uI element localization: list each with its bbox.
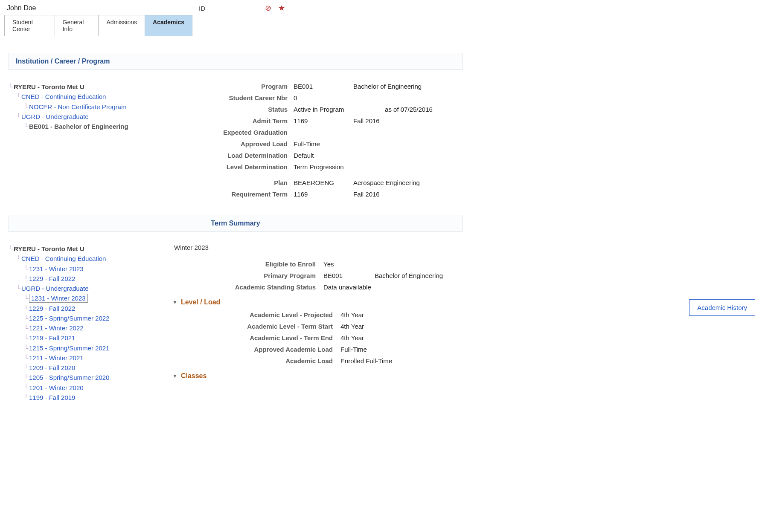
tree-be001: BE001 - Bachelor of Engineering xyxy=(29,123,128,130)
level-load-header[interactable]: ▼ Level / Load xyxy=(172,298,768,306)
value-academic-load: Enrolled Full-Time xyxy=(340,357,426,364)
label-primary-program: Primary Program xyxy=(170,272,323,279)
term-ugrd-1231[interactable]: 1231 - Winter 2023 xyxy=(29,294,88,303)
value-level-end: 4th Year xyxy=(340,334,426,341)
term-ugrd-1215[interactable]: 1215 - Spring/Summer 2021 xyxy=(29,344,109,352)
value-approved-load: Full-Time xyxy=(340,346,426,353)
no-entry-icon: ⊘ xyxy=(265,3,271,13)
value-reqterm: 1169 xyxy=(294,191,353,198)
label-career-nbr: Student Career Nbr xyxy=(170,94,294,101)
label-standing: Academic Standing Status xyxy=(170,283,323,291)
term-cned[interactable]: CNED - Continuing Education xyxy=(21,255,106,262)
label-appload: Approved Load xyxy=(170,140,294,147)
tree-root: RYERU - Toronto Met U xyxy=(14,83,84,90)
label-plan: Plan xyxy=(170,179,294,186)
tab-general-info[interactable]: General Info xyxy=(55,15,99,36)
value-level-projected: 4th Year xyxy=(340,311,426,318)
value-plan-code: BEAEROENG xyxy=(294,179,353,186)
label-status: Status xyxy=(170,106,294,113)
value-program-desc: Bachelor of Engineering xyxy=(353,83,464,90)
value-primary-code: BE001 xyxy=(323,272,375,279)
value-career-nbr: 0 xyxy=(294,94,353,101)
plan-properties: Plan BEAEROENG Aerospace Engineering Req… xyxy=(170,179,768,198)
term-ugrd-1201[interactable]: 1201 - Winter 2020 xyxy=(29,384,84,391)
label-level-start: Academic Level - Term Start xyxy=(208,323,340,330)
value-appload: Full-Time xyxy=(294,140,353,147)
value-loaddet: Default xyxy=(294,152,353,159)
classes-label: Classes xyxy=(181,372,207,380)
term-ugrd-1221[interactable]: 1221 - Winter 2022 xyxy=(29,324,84,332)
tab-admissions[interactable]: Admissions xyxy=(98,15,145,36)
tree-ugrd[interactable]: UGRD - Undergraduate xyxy=(21,113,89,120)
tree-nocer[interactable]: NOCER - Non Certificate Program xyxy=(29,103,126,110)
label-reqterm: Requirement Term xyxy=(170,191,294,198)
section-institution-career-program: Institution / Career / Program xyxy=(9,53,463,70)
program-properties: Program BE001 Bachelor of Engineering St… xyxy=(170,83,768,171)
value-status: Active in Program xyxy=(294,106,353,113)
term-title: Winter 2023 xyxy=(174,244,768,251)
level-load-properties: Academic Level - Projected 4th Year Acad… xyxy=(208,311,768,364)
term-ugrd[interactable]: UGRD - Undergraduate xyxy=(21,285,89,292)
value-level-start: 4th Year xyxy=(340,323,426,330)
label-level-projected: Academic Level - Projected xyxy=(208,311,340,318)
term-properties: Eligible to Enroll Yes Primary Program B… xyxy=(170,260,768,291)
term-ugrd-1229[interactable]: 1229 - Fall 2022 xyxy=(29,305,75,312)
student-name: John Doe xyxy=(7,4,186,12)
term-ugrd-1219[interactable]: 1219 - Fall 2021 xyxy=(29,334,75,341)
value-primary-desc: Bachelor of Engineering xyxy=(375,272,486,279)
label-academic-load: Academic Load xyxy=(208,357,340,364)
value-plan-desc: Aerospace Engineering xyxy=(353,179,464,186)
term-tree: └RYERU - Toronto Met U └CNED - Continuin… xyxy=(0,244,170,402)
value-standing: Data unavailable xyxy=(323,283,375,291)
academic-history-button[interactable]: Academic History xyxy=(689,299,755,316)
term-summary-title: Term Summary xyxy=(211,220,260,227)
term-ugrd-1199[interactable]: 1199 - Fall 2019 xyxy=(29,394,75,401)
value-eligible: Yes xyxy=(323,260,375,268)
term-ugrd-1205[interactable]: 1205 - Spring/Summer 2020 xyxy=(29,374,109,381)
term-cned-1229[interactable]: 1229 - Fall 2022 xyxy=(29,275,75,282)
id-label: ID xyxy=(199,5,205,12)
value-admit-desc: Fall 2016 xyxy=(353,117,464,124)
label-program: Program xyxy=(170,83,294,90)
tree-cned[interactable]: CNED - Continuing Education xyxy=(21,93,106,100)
tab-academics[interactable]: Academics xyxy=(145,15,192,36)
tab-bar: Student Center General Info Admissions A… xyxy=(4,14,192,36)
tab-student-center[interactable]: Student Center xyxy=(4,15,55,36)
label-expgrad: Expected Graduation xyxy=(170,129,294,136)
value-program-code: BE001 xyxy=(294,83,353,90)
star-icon: ★ xyxy=(278,3,285,13)
term-ugrd-1211[interactable]: 1211 - Winter 2021 xyxy=(29,354,84,361)
value-admit-code: 1169 xyxy=(294,117,353,124)
section-title: Institution / Career / Program xyxy=(16,58,110,65)
value-status-asof: as of 07/25/2016 xyxy=(353,106,464,113)
caret-down-icon: ▼ xyxy=(172,373,177,379)
tab-student-center-hotkey: S xyxy=(12,19,16,26)
classes-header[interactable]: ▼ Classes xyxy=(172,372,768,380)
label-level-end: Academic Level - Term End xyxy=(208,334,340,341)
label-approved-load: Approved Academic Load xyxy=(208,346,340,353)
section-term-summary: Term Summary xyxy=(9,215,463,232)
level-load-label: Level / Load xyxy=(181,298,220,306)
value-leveldet: Term Progression xyxy=(294,163,353,171)
caret-down-icon: ▼ xyxy=(172,299,177,305)
term-ugrd-1225[interactable]: 1225 - Spring/Summer 2022 xyxy=(29,315,109,322)
label-admit: Admit Term xyxy=(170,117,294,124)
term-cned-1231[interactable]: 1231 - Winter 2023 xyxy=(29,265,84,272)
value-plan-term: Fall 2016 xyxy=(353,191,464,198)
term-ugrd-1209[interactable]: 1209 - Fall 2020 xyxy=(29,364,75,371)
program-tree: └RYERU - Toronto Met U └CNED - Continuin… xyxy=(0,82,170,131)
label-eligible: Eligible to Enroll xyxy=(170,260,323,268)
term-root: RYERU - Toronto Met U xyxy=(14,245,84,252)
label-leveldet: Level Determination xyxy=(170,163,294,171)
label-loaddet: Load Determination xyxy=(170,152,294,159)
